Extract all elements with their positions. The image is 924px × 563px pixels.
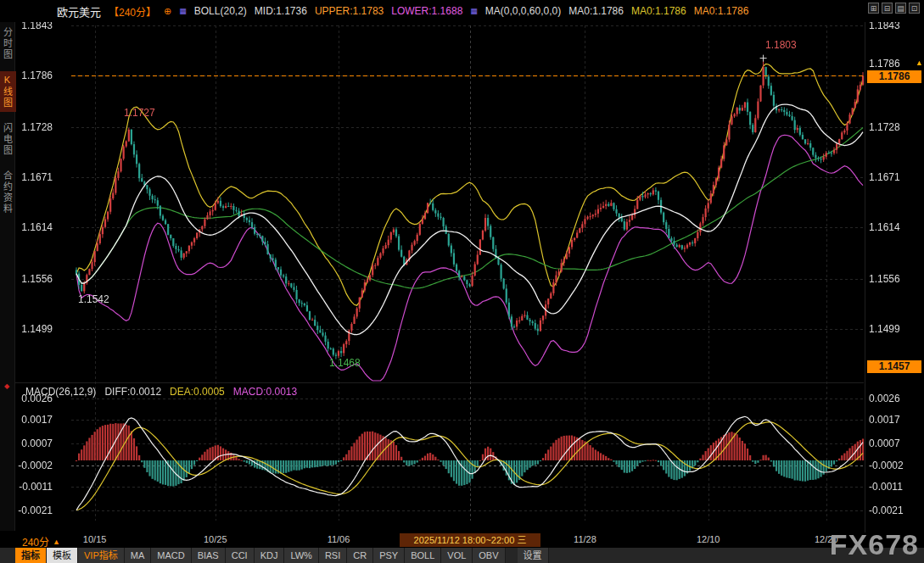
kline-chart-canvas[interactable]: [0, 0, 924, 563]
macd-label-left: -0.0002: [14, 460, 53, 471]
price-label-right: 1.1728: [869, 121, 900, 133]
tab-VIP指标[interactable]: VIP指标: [78, 548, 125, 563]
layout-grid-icon[interactable]: ⊞: [868, 3, 879, 14]
price-label-left: 1.1728: [14, 121, 53, 133]
indicator-tab-bar: 指标模板VIP指标MAMACDBIASCCIKDJLW%RSICRPSYBOLL…: [0, 548, 924, 563]
price-label-left: 1.1556: [14, 273, 53, 285]
macd-label-right: -0.0021: [869, 504, 904, 516]
macd-label-right: 0.0026: [869, 393, 900, 404]
tab-VOL[interactable]: VOL: [441, 548, 473, 563]
tab-RSI[interactable]: RSI: [319, 548, 347, 563]
ma-settings-icon[interactable]: ▦: [470, 7, 478, 15]
macd-label-right: -0.0011: [869, 481, 903, 493]
period-add-icon[interactable]: ⊕: [164, 6, 171, 17]
layout-tile-icon[interactable]: ⊟: [882, 3, 893, 14]
macd-label-left: 0.0017: [14, 414, 53, 426]
macd-label-left: -0.0021: [14, 504, 53, 516]
boll-lower-value: LOWER:1.1688: [391, 5, 462, 17]
price-label-right: 1.1786: [869, 58, 900, 70]
period-dropdown-arrow-icon: ▲: [53, 538, 60, 546]
date-tick: 12/10: [692, 534, 725, 544]
price-up-arrow-icon: ▲: [916, 59, 923, 67]
macd-indicator-header: MACD(26,12,9) DIFF:0.0012 DEA:0.0005 MAC…: [25, 386, 297, 398]
crosshair-date-readout: 2025/11/12 18:00~22:00 三: [400, 533, 540, 547]
scale-low-badge: 1.1457: [867, 360, 921, 373]
macd-name: MACD(26,12,9): [25, 386, 96, 398]
price-annotation: 1.1468: [329, 357, 361, 369]
symbol-name: 欧元美元: [57, 3, 101, 20]
tab-MACD[interactable]: MACD: [151, 548, 191, 563]
price-label-left: 1.1786: [14, 70, 53, 81]
date-tick: 11/06: [322, 534, 356, 544]
macd-dea-value: DEA:0.0005: [170, 386, 225, 398]
last-price-badge: 1.1786: [867, 70, 921, 83]
price-label-right: 1.1499: [869, 323, 900, 335]
boll-settings-icon[interactable]: ▦: [179, 7, 187, 15]
period-selector-label: 240分: [22, 534, 49, 549]
tab-CCI[interactable]: CCI: [226, 548, 255, 563]
ma-value-3: MA0:1.1786: [694, 5, 749, 17]
price-annotation: 1.1542: [78, 293, 109, 305]
sidebar-item-0[interactable]: 分时图: [0, 24, 16, 64]
splitter-handle-icon[interactable]: ◆: [4, 382, 9, 390]
price-annotation: 1.1803: [765, 39, 797, 51]
ma-value-1: MA0:1.1786: [568, 5, 624, 17]
price-annotation: 1.1727: [124, 107, 155, 119]
sidebar-item-1[interactable]: K线图: [0, 71, 16, 112]
top-indicator-bar: 欧元美元 【240分】 ⊕ ▦ BOLL(20,2) MID:1.1736 UP…: [0, 0, 924, 22]
macd-label-left: -0.0011: [14, 481, 53, 493]
tab-模板[interactable]: 模板: [47, 548, 78, 563]
ma-label: MA(0,0,0,60,0,0): [485, 5, 561, 17]
date-tick: 10/25: [199, 534, 232, 544]
price-label-right: 1.1614: [869, 221, 900, 233]
tab-BOLL[interactable]: BOLL: [405, 548, 441, 563]
tab-CR[interactable]: CR: [347, 548, 373, 563]
macd-macd-value: MACD:0.0013: [233, 386, 297, 398]
price-label-left: 1.1499: [14, 323, 53, 335]
tab-BIAS[interactable]: BIAS: [192, 548, 226, 563]
layout-single-icon[interactable]: ⊡: [909, 3, 920, 14]
window-layout-icons: ⊞⊟▤⊡: [868, 3, 920, 14]
period-selector[interactable]: 240分 ▲: [22, 534, 60, 549]
tab-KDJ[interactable]: KDJ: [255, 548, 285, 563]
tab-LW%[interactable]: LW%: [284, 548, 318, 563]
ma-value-2: MA0:1.1786: [631, 5, 686, 17]
macd-label-left: 0.0007: [14, 438, 53, 449]
tab-MA[interactable]: MA: [125, 548, 152, 563]
tab-指标[interactable]: 指标: [15, 548, 47, 563]
boll-upper-value: UPPER:1.1783: [315, 5, 384, 17]
macd-diff-value: DIFF:0.0012: [104, 386, 161, 398]
price-label-left: 1.1614: [14, 221, 53, 233]
watermark-logo: FX678: [830, 528, 919, 561]
sidebar-item-2[interactable]: 闪电图: [0, 120, 16, 159]
period-label[interactable]: 【240分】: [109, 4, 156, 19]
layout-rows-icon[interactable]: ▤: [895, 3, 906, 14]
price-label-right: 1.1556: [869, 273, 900, 285]
price-label-left: 1.1671: [14, 171, 53, 183]
date-tick: 11/28: [568, 534, 602, 544]
tab-OBV[interactable]: OBV: [473, 548, 505, 563]
date-tick: 10/15: [78, 534, 112, 544]
boll-mid-value: MID:1.1736: [255, 5, 307, 17]
macd-label-right: 0.0007: [869, 438, 900, 449]
chart-type-sidebar: 分时图K线图闪电图合约资料: [0, 22, 15, 531]
tab-PSY[interactable]: PSY: [373, 548, 405, 563]
price-label-right: 1.1671: [869, 171, 900, 183]
boll-label: BOLL(20,2): [194, 5, 247, 17]
sidebar-item-3[interactable]: 合约资料: [0, 167, 16, 218]
macd-label-right: 0.0017: [869, 414, 900, 426]
macd-label-right: -0.0002: [869, 460, 904, 471]
tab-设置[interactable]: 设置: [518, 548, 549, 563]
